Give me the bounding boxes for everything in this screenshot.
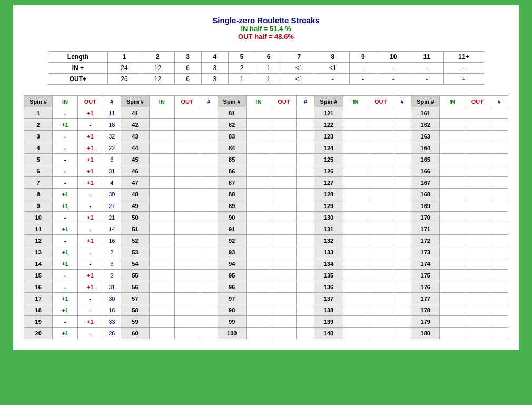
spin-out [174,270,200,281]
summary-cell: - [377,63,410,74]
spin-out [368,304,393,316]
spin-in [246,281,271,293]
spin-out [368,189,393,200]
spin-out [465,119,490,131]
spin-hash [200,154,218,165]
spin-number: 3 [24,131,53,142]
spin-hash [297,316,314,328]
spin-out [271,246,297,258]
table-row: 13+1-25393133173 [24,246,508,258]
spin-number: 96 [218,281,246,293]
spin-hash: 21 [103,212,121,223]
spin-out [368,177,393,189]
spin-in [246,142,271,154]
spin-hash: 4 [103,177,121,189]
table-row: 5-+164585125165 [24,154,508,165]
spin-hash [297,258,314,270]
spin-in [440,316,465,328]
spin-number: 84 [218,142,246,154]
spin-in [246,212,271,223]
spin-in [440,131,465,142]
spin-hash [200,223,218,235]
spin-hash [297,119,314,131]
spin-hash [200,212,218,223]
spin-out [465,189,490,200]
main-table: Spin # IN OUT # Spin # IN OUT # Spin # I… [24,95,508,339]
spin-out: - [77,119,103,131]
spin-out [465,154,490,165]
spin-in [246,177,271,189]
spin-in [440,328,465,339]
spin-number: 163 [411,131,440,142]
spin-out: +1 [77,281,103,293]
spin-number: 162 [411,119,440,131]
spin-hash [297,293,314,304]
spin-in [343,165,368,177]
spin-in [343,281,368,293]
spin-hash: 16 [103,304,121,316]
table-row: 1-+1114181121161 [24,107,508,119]
spin-number: 49 [121,200,149,212]
spin-number: 58 [121,304,149,316]
spin-in [440,258,465,270]
spin-in [150,165,175,177]
spin-in [150,328,175,339]
spin-number: 135 [314,270,343,281]
spin-in: +1 [53,200,78,212]
spin-in [246,165,271,177]
spin-hash [393,304,411,316]
spin-number: 7 [24,177,53,189]
spin-hash [490,293,508,304]
table-row: 19-+1335999139179 [24,316,508,328]
spin-number: 53 [121,246,149,258]
spin-out: - [77,189,103,200]
spin-in [246,107,271,119]
spin-hash [297,270,314,281]
spin-out: - [77,223,103,235]
spin-in [150,212,175,223]
spin-hash [393,270,411,281]
spin-hash [297,142,314,154]
spin-number: 52 [121,235,149,246]
title-section: Single-zero Roulette Streaks IN half = 5… [24,16,508,41]
spin-out [174,200,200,212]
spin-out [271,316,297,328]
table-row: 15-+125595135175 [24,270,508,281]
spin-number: 134 [314,258,343,270]
spin-hash [490,235,508,246]
summary-header: 7 [282,52,316,63]
spin-hash [393,223,411,235]
spin-number: 97 [218,293,246,304]
spin-in [343,246,368,258]
spin-number: 89 [218,200,246,212]
spin-in: - [53,212,78,223]
spin-number: 44 [121,142,149,154]
spin-number: 166 [411,165,440,177]
spin-hash [200,142,218,154]
spin-out [174,131,200,142]
spin-in [150,293,175,304]
spin-number: 170 [411,212,440,223]
spin-hash [297,328,314,339]
spin-out: - [77,328,103,339]
spin-number: 10 [24,212,53,223]
spin-out [271,165,297,177]
spin-hash [200,304,218,316]
spin-out [271,200,297,212]
summary-cell: <1 [282,74,316,85]
table-row: 9+1-274989129169 [24,200,508,212]
spin-out: +1 [77,165,103,177]
spin-in [343,270,368,281]
spin-number: 60 [121,328,149,339]
spin-in [440,293,465,304]
table-row: 14+1-65494134174 [24,258,508,270]
spin-number: 90 [218,212,246,223]
spin-out [174,258,200,270]
spin-number: 137 [314,293,343,304]
spin-hash [393,246,411,258]
spin-number: 14 [24,258,53,270]
spin-number: 83 [218,131,246,142]
spin-in: - [53,131,78,142]
spin-hash [200,119,218,131]
spin-hash [393,107,411,119]
